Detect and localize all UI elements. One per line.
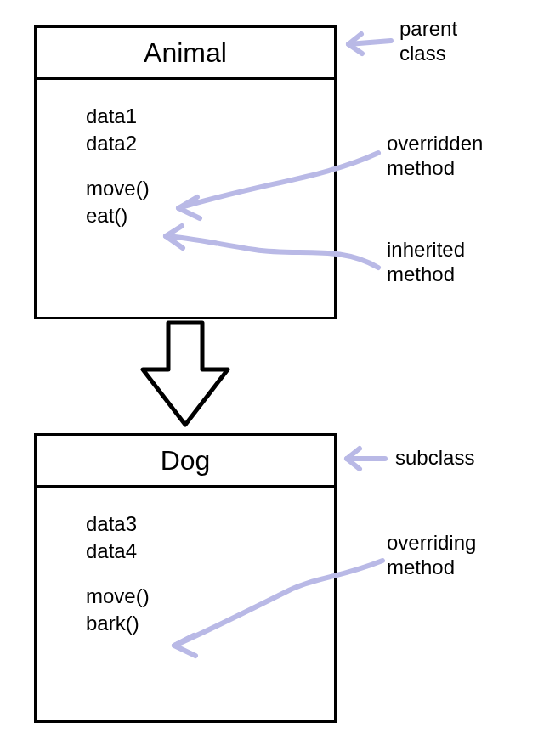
- label-subclass: subclass: [395, 446, 474, 471]
- annotation-arrows: [0, 0, 544, 756]
- diagram-stage: Animal data1 data2 move() eat() Dog data…: [0, 0, 544, 756]
- label-overriding-method: overriding method: [387, 531, 476, 580]
- label-parent-class: parent class: [400, 17, 457, 66]
- label-overridden-method: overridden method: [387, 132, 483, 181]
- label-inherited-method: inherited method: [387, 238, 465, 287]
